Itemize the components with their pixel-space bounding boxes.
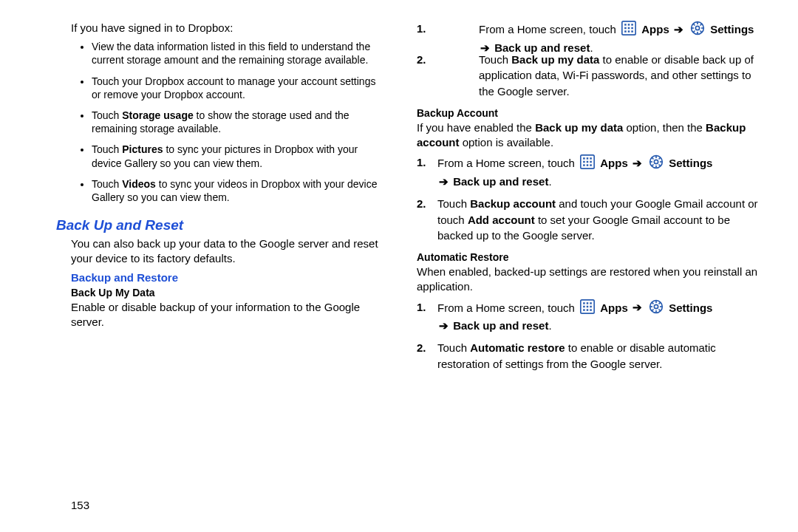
settings-gear-icon — [649, 299, 664, 318]
steps-automatic-restore: From a Home screen, touch Apps ➔ Setting… — [417, 299, 768, 372]
bullet-item: Touch Videos to sync your videos in Drop… — [92, 177, 381, 204]
bullet-item: Touch Storage usage to show the storage … — [92, 109, 381, 135]
bullet-item: View the data information listed in this… — [92, 40, 381, 66]
bullet-item: Touch Pictures to sync your pictures in … — [92, 143, 381, 169]
back-up-my-data-desc: Enable or disable backup of your informa… — [71, 300, 381, 330]
page-number: 153 — [71, 499, 89, 511]
step-item: From a Home screen, touch Apps ➔ Setting… — [417, 154, 768, 190]
manual-page: If you have signed in to Dropbox: View t… — [0, 0, 798, 532]
section-back-up-and-reset: Back Up and Reset — [56, 217, 381, 233]
step-item: Touch Automatic restore to enable or dis… — [417, 340, 768, 372]
backup-account-desc: If you have enabled the Back up my data … — [417, 120, 768, 151]
step-item: Touch Back up my data to enable or disab… — [417, 52, 768, 100]
settings-gear-icon — [649, 154, 664, 174]
apps-grid-icon — [580, 154, 595, 174]
dropbox-intro: If you have signed in to Dropbox: — [71, 21, 381, 35]
steps-back-up-my-data: From a Home screen, touch Apps ➔ Setting… — [417, 21, 768, 100]
step-item: Touch Backup account and touch your Goog… — [417, 196, 768, 244]
dropbox-bullets: View the data information listed in this… — [30, 40, 381, 204]
automatic-restore-desc: When enabled, backed-up settings are res… — [417, 265, 768, 295]
heading-backup-account: Backup Account — [417, 107, 768, 119]
apps-grid-icon — [621, 21, 636, 40]
heading-automatic-restore: Automatic Restore — [417, 251, 768, 263]
apps-grid-icon — [580, 299, 595, 318]
settings-gear-icon — [690, 21, 705, 40]
steps-backup-account: From a Home screen, touch Apps ➔ Setting… — [417, 154, 768, 244]
bullet-item: Touch your Dropbox account to manage you… — [92, 75, 381, 101]
subsection-backup-and-restore: Backup and Restore — [71, 271, 381, 284]
heading-back-up-my-data: Back Up My Data — [71, 287, 381, 299]
step-item: From a Home screen, touch Apps ➔ Setting… — [417, 299, 768, 335]
section-description: You can also back up your data to the Go… — [71, 236, 381, 267]
step-item: From a Home screen, touch Apps ➔ Setting… — [417, 21, 768, 56]
